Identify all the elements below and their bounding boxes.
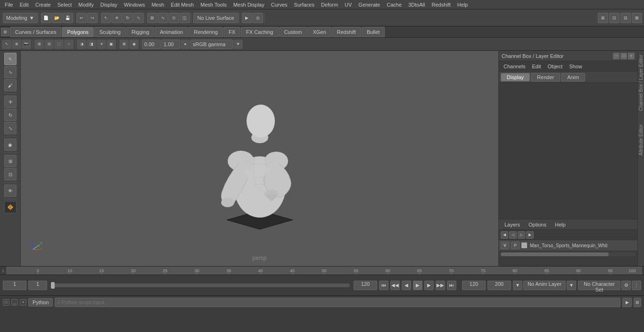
menu-mesh-display[interactable]: Mesh Display xyxy=(231,1,267,8)
snap-grid-btn[interactable]: ⊞ xyxy=(147,13,157,23)
cb-float-btn[interactable]: □ xyxy=(620,53,627,59)
tab-redshift[interactable]: Redshift xyxy=(332,27,361,37)
lt-snap2-btn[interactable]: ⊡ xyxy=(4,168,17,180)
layer-prev2-btn[interactable]: ◁ xyxy=(509,231,517,239)
layer-next2-btn[interactable]: ▷ xyxy=(518,231,525,239)
menu-select[interactable]: Select xyxy=(55,1,75,8)
cb-show-menu[interactable]: Show xyxy=(566,63,585,70)
scale-btn[interactable]: ⤡ xyxy=(133,13,144,23)
vt-smooth-btn[interactable]: ○ xyxy=(64,40,74,49)
layout-btn3[interactable]: ⊟ xyxy=(620,13,631,23)
anim-layer-arrow-down[interactable]: ▼ xyxy=(513,281,522,290)
menu-cache[interactable]: Cache xyxy=(384,1,405,8)
wc-minimize-btn[interactable]: _ xyxy=(11,299,18,306)
vt-mesh-btn[interactable]: ⊟ xyxy=(44,40,54,49)
menu-generate[interactable]: Generate xyxy=(355,1,383,8)
tab-polygons[interactable]: Polygons xyxy=(62,27,93,37)
tab-sculpting[interactable]: Sculpting xyxy=(94,27,126,37)
lt-move-btn[interactable]: ✛ xyxy=(4,96,17,108)
menu-deform[interactable]: Deform xyxy=(318,1,341,8)
tab-rendering[interactable]: Rendering xyxy=(189,27,223,37)
move-btn[interactable]: ✛ xyxy=(112,13,122,23)
attribute-editor-side-tab[interactable]: Attribute Editor xyxy=(638,122,644,157)
cb-object-menu[interactable]: Object xyxy=(545,63,565,70)
menu-file[interactable]: File xyxy=(2,1,16,8)
layer-v-btn[interactable]: V xyxy=(501,242,509,249)
layer-p-btn[interactable]: P xyxy=(511,242,520,249)
char-set-settings[interactable]: ⚙ xyxy=(621,281,631,290)
cb-close-btn[interactable]: × xyxy=(628,53,635,59)
vt-value2[interactable]: 1.00 xyxy=(161,40,180,49)
ipr-btn[interactable]: ◎ xyxy=(253,13,263,23)
live-surface-btn[interactable]: No Live Surface xyxy=(193,13,239,23)
lt-maya-btn[interactable] xyxy=(4,201,17,213)
wc-icon-btn[interactable]: □ xyxy=(3,299,9,306)
anim-layer-arrow-down2[interactable]: ▼ xyxy=(567,281,576,290)
lt-soft-btn[interactable]: ◉ xyxy=(4,138,17,151)
vt-shadow-btn[interactable]: ▣ xyxy=(107,40,116,49)
viewport[interactable]: Y X Z persp xyxy=(21,51,498,266)
vt-grid-btn[interactable]: ⊞ xyxy=(34,40,44,49)
menu-mesh[interactable]: Mesh xyxy=(149,1,167,8)
python-tab[interactable]: Python xyxy=(28,298,53,307)
pb-first-btn[interactable]: ⏮ xyxy=(379,281,388,290)
menu-edit-mesh[interactable]: Edit Mesh xyxy=(168,1,197,8)
vt-wireframe-btn[interactable]: ⬚ xyxy=(54,40,64,49)
tab-rigging[interactable]: Rigging xyxy=(126,27,154,37)
prefs-btn[interactable]: ⚙ xyxy=(1,28,9,36)
vt-camera-btn[interactable]: 📷 xyxy=(22,40,31,49)
layer-prev-btn[interactable]: ◀ xyxy=(501,231,508,239)
vt-light-btn[interactable]: ☀ xyxy=(97,40,106,49)
py-script-editor-btn[interactable]: ⊞ xyxy=(634,298,641,307)
layer-layers-menu[interactable]: Layers xyxy=(502,221,523,228)
vt-xray-btn[interactable]: ⊠ xyxy=(119,40,129,49)
py-run-btn[interactable]: ▶ xyxy=(622,298,632,307)
menu-3dtoall[interactable]: 3DtoAll xyxy=(405,1,428,8)
tab-custom[interactable]: Custom xyxy=(279,27,307,37)
layout-btn2[interactable]: ⊡ xyxy=(609,13,619,23)
vt-value1[interactable]: 0.00 xyxy=(142,40,161,49)
wc-close-btn[interactable]: × xyxy=(20,299,26,306)
timeline-slider[interactable] xyxy=(51,283,350,287)
redo-btn[interactable]: ↪ xyxy=(87,13,98,23)
snap-surface-btn[interactable]: ◫ xyxy=(180,13,190,23)
cb-pin-btn[interactable]: − xyxy=(613,53,619,59)
lt-lasso-btn[interactable]: ∿ xyxy=(4,66,17,78)
new-btn[interactable]: 📄 xyxy=(41,13,51,23)
pb-play-btn[interactable]: ▶ xyxy=(413,281,422,290)
frame-end2-field[interactable]: 120 xyxy=(462,281,486,290)
pb-next-frame-btn[interactable]: ▶ xyxy=(424,281,434,290)
lt-rotate-btn[interactable]: ↻ xyxy=(4,109,17,121)
lt-snap-btn[interactable]: ⊞ xyxy=(4,155,17,167)
pb-prev-key-btn[interactable]: ◀◀ xyxy=(390,281,400,290)
vt-shading-btn[interactable]: ◑ xyxy=(77,40,86,49)
layout-btn1[interactable]: ⊞ xyxy=(598,13,608,23)
lt-select-btn[interactable]: ↖ xyxy=(4,53,17,65)
save-btn[interactable]: 💾 xyxy=(63,13,73,23)
layer-options-menu[interactable]: Options xyxy=(526,221,549,228)
render-btn[interactable]: ▶ xyxy=(242,13,252,23)
open-btn[interactable]: 📂 xyxy=(52,13,62,23)
tab-fx-caching[interactable]: FX Caching xyxy=(241,27,278,37)
select-btn[interactable]: ↖ xyxy=(101,13,111,23)
tab-animation[interactable]: Animation xyxy=(155,27,188,37)
frame-max-field[interactable]: 200 xyxy=(487,281,511,290)
lt-show-btn[interactable]: 👁 xyxy=(4,185,17,197)
lt-paint-btn[interactable]: 🖌 xyxy=(4,79,17,91)
scroll-thumb[interactable] xyxy=(501,252,609,256)
layer-next-btn[interactable]: ▶ xyxy=(526,231,534,239)
menu-mesh-tools[interactable]: Mesh Tools xyxy=(198,1,229,8)
snap-curve-btn[interactable]: ∿ xyxy=(158,13,168,23)
rotate-btn[interactable]: ↻ xyxy=(123,13,133,23)
tab-xgen[interactable]: XGen xyxy=(307,27,331,37)
menu-help[interactable]: Help xyxy=(454,1,471,8)
menu-display[interactable]: Display xyxy=(98,1,120,8)
scroll-track[interactable] xyxy=(501,252,636,256)
vt-texture-btn[interactable]: ◨ xyxy=(87,40,96,49)
char-set-options[interactable]: ⋮ xyxy=(632,281,641,290)
gamma-arrow[interactable]: ▼ xyxy=(233,40,243,49)
menu-windows[interactable]: Windows xyxy=(121,1,148,8)
menu-surfaces[interactable]: Surfaces xyxy=(291,1,317,8)
tab-curves-surfaces[interactable]: Curves / Surfaces xyxy=(10,27,61,37)
tab-bullet[interactable]: Bullet xyxy=(362,27,385,37)
